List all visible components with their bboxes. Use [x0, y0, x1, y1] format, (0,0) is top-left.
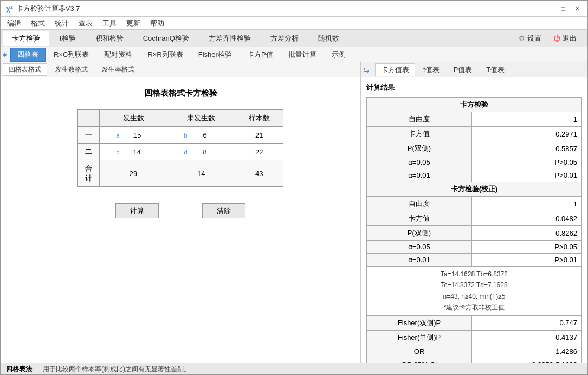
- row1-cell-a[interactable]: a: [100, 127, 167, 144]
- right-tab-pvalue[interactable]: P值表: [448, 63, 479, 76]
- logout-label: 退出: [563, 34, 577, 43]
- settings-button[interactable]: ⚙ 设置: [515, 33, 545, 44]
- sub-tab-fisher[interactable]: Fisher检验: [191, 48, 239, 62]
- sub-tab-fourtable[interactable]: 四格表: [10, 48, 46, 62]
- left-body: 四格表格式卡方检验 发生数 未发生数 样本数 一: [1, 77, 360, 363]
- results-data-row-11: α=0.01P>0.01: [367, 254, 582, 267]
- total-label: 合计: [78, 160, 100, 187]
- row2-total: 22: [235, 144, 283, 160]
- row1-cell-b[interactable]: b: [167, 127, 235, 144]
- results-table: 卡方检验自由度1卡方值0.2971P(双侧)0.5857α=0.05P>0.05…: [366, 97, 582, 363]
- sub-tab-paired[interactable]: 配对资料: [97, 48, 139, 62]
- fmt-tab-fourtable[interactable]: 四格表格式: [3, 63, 47, 76]
- main-content: 四格表格式 发生数格式 发生率格式 四格表格式卡方检验 发生数 未发生数 样本数: [1, 62, 587, 363]
- row1-total: 21: [235, 127, 283, 144]
- table-row-1: 一 a b 21: [78, 127, 283, 144]
- top-tab-bar: 卡方检验 t检验 积和检验 CochranQ检验 方差齐性检验 方差分析 随机数…: [1, 30, 587, 47]
- results-data-row-10: α=0.05P>0.05: [367, 241, 582, 254]
- tab-random[interactable]: 随机数: [309, 31, 348, 46]
- sub-tab-example[interactable]: 示例: [325, 48, 353, 62]
- menu-stats[interactable]: 统计: [50, 17, 73, 29]
- cell-letter-d: d: [184, 149, 187, 156]
- top-tabs-right: ⚙ 设置 ⏻ 退出: [515, 33, 585, 44]
- sub-tab-batch[interactable]: 批量计算: [281, 48, 324, 62]
- results-data-row-9: P(双侧)0.8262: [367, 226, 582, 241]
- total-sum2: 14: [167, 160, 235, 187]
- close-button[interactable]: ×: [572, 4, 582, 14]
- status-bar: 四格表法 用于比较两个样本率(构成比)之间有无显著性差别。: [1, 363, 587, 375]
- tab-chisquare[interactable]: 卡方检验: [3, 31, 49, 46]
- tab-variance-homo[interactable]: 方差齐性检验: [199, 31, 260, 46]
- right-tab-tvalue2[interactable]: T值表: [480, 63, 511, 76]
- input-b[interactable]: [191, 131, 218, 139]
- row2-label: 二: [78, 144, 100, 160]
- right-tab-tvalue[interactable]: t值表: [417, 63, 445, 76]
- col-header-occurrence: 发生数: [100, 110, 167, 127]
- results-data-row-15: OR1.4286: [367, 345, 582, 358]
- results-data-row-5: α=0.01P>0.01: [367, 169, 582, 182]
- results-data-row-13: Fisher(双侧)P0.747: [367, 315, 582, 330]
- app-title: 卡方检验计算器V3.7: [16, 4, 80, 14]
- minimize-button[interactable]: —: [544, 4, 554, 14]
- results-data-row-7: 自由度1: [367, 197, 582, 211]
- tab-cochranq[interactable]: CochranQ检验: [134, 31, 198, 46]
- status-label: 四格表法: [6, 365, 32, 374]
- tab-anova[interactable]: 方差分析: [261, 31, 308, 46]
- row2-cell-c[interactable]: c: [100, 144, 167, 160]
- settings-label: 设置: [527, 34, 541, 43]
- fmt-tab-rate[interactable]: 发生率格式: [96, 63, 140, 76]
- sub-tab-bar: ◆ 四格表 R×C列联表 配对资料 R×R列联表 Fisher检验 卡方P值 批…: [1, 47, 587, 62]
- sub-tab-chipvalue[interactable]: 卡方P值: [240, 48, 280, 62]
- input-d[interactable]: [191, 148, 218, 156]
- right-body: 计算结果 卡方检验自由度1卡方值0.2971P(双侧)0.5857α=0.05P…: [361, 77, 587, 363]
- right-tabs: ⇆ 卡方值表 t值表 P值表 T值表: [361, 62, 587, 77]
- tab-correlation[interactable]: 积和检验: [86, 31, 133, 46]
- sub-tab-rxc[interactable]: R×C列联表: [47, 48, 96, 62]
- fmt-tab-occurrence[interactable]: 发生数格式: [49, 63, 94, 76]
- gear-icon: ⚙: [519, 34, 525, 42]
- results-data-row-4: α=0.05P>0.05: [367, 156, 582, 169]
- tab-ttest[interactable]: t检验: [50, 31, 85, 46]
- results-info-row: Ta=14.1628 Tb=6.8372 Tc=14.8372 Td=7.162…: [367, 267, 582, 316]
- results-data-row-14: Fisher(单侧)P0.4137: [367, 330, 582, 345]
- swap-icon[interactable]: ⇆: [363, 66, 370, 74]
- calculate-button[interactable]: 计算: [115, 203, 159, 218]
- total-sum3: 43: [235, 160, 283, 187]
- maximize-button[interactable]: □: [558, 4, 568, 14]
- diamond-icon: ◆: [3, 51, 7, 57]
- input-a[interactable]: [124, 131, 151, 139]
- row2-cell-d[interactable]: d: [167, 144, 235, 160]
- menu-help[interactable]: 帮助: [146, 17, 169, 29]
- data-table: 发生数 未发生数 样本数 一 a: [77, 109, 283, 187]
- menu-bar: 编辑 格式 统计 查表 工具 更新 帮助: [1, 17, 587, 30]
- menu-table[interactable]: 查表: [74, 17, 97, 29]
- top-tabs-left: 卡方检验 t检验 积和检验 CochranQ检验 方差齐性检验 方差分析 随机数: [3, 31, 348, 46]
- title-controls: — □ ×: [544, 4, 582, 14]
- menu-tools[interactable]: 工具: [98, 17, 121, 29]
- left-panel: 四格表格式 发生数格式 发生率格式 四格表格式卡方检验 发生数 未发生数 样本数: [1, 62, 361, 363]
- clear-button[interactable]: 清除: [202, 203, 245, 218]
- results-data-row-8: 卡方值0.0482: [367, 211, 582, 226]
- menu-edit[interactable]: 编辑: [3, 17, 25, 29]
- row1-label: 一: [78, 127, 100, 144]
- table-row-total: 合计 29 14 43: [78, 160, 283, 187]
- sub-tab-rxr[interactable]: R×R列联表: [140, 48, 190, 62]
- menu-update[interactable]: 更新: [122, 17, 145, 29]
- results-tbody: 卡方检验自由度1卡方值0.2971P(双侧)0.5857α=0.05P>0.05…: [367, 98, 582, 363]
- results-section-header-6: 卡方检验(校正): [367, 182, 582, 197]
- results-data-row-1: 自由度1: [367, 112, 582, 127]
- results-title: 计算结果: [366, 83, 582, 93]
- cell-letter-c: c: [117, 149, 120, 156]
- results-data-row-2: 卡方值0.2971: [367, 127, 582, 141]
- table-title: 四格表格式卡方检验: [144, 88, 217, 99]
- right-tab-chisquare[interactable]: 卡方值表: [375, 63, 415, 76]
- results-data-row-3: P(双侧)0.5857: [367, 141, 582, 156]
- input-c[interactable]: [124, 148, 151, 156]
- menu-format[interactable]: 格式: [27, 17, 49, 29]
- results-data-row-16: OR 95% CI0.3953-5.1633: [367, 358, 582, 363]
- logout-button[interactable]: ⏻ 退出: [550, 33, 580, 44]
- format-tabs: 四格表格式 发生数格式 发生率格式: [1, 62, 360, 77]
- status-description: 用于比较两个样本率(构成比)之间有无显著性差别。: [43, 365, 190, 374]
- total-sum1: 29: [100, 160, 167, 187]
- cell-letter-a: a: [116, 132, 119, 139]
